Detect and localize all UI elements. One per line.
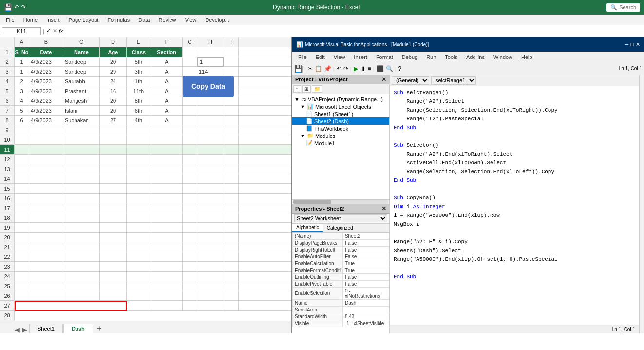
cell-f6[interactable]: A <box>151 96 183 106</box>
row-num-9[interactable]: 9 <box>0 125 14 135</box>
props-row[interactable]: StandardWidth8.43 <box>293 313 389 320</box>
col-header-f[interactable]: F <box>151 37 183 47</box>
prop-value[interactable]: Sheet2 <box>342 233 389 239</box>
cell-c4[interactable]: Saurabh <box>63 77 100 86</box>
cell-g1[interactable] <box>183 47 197 57</box>
cell-e5[interactable]: 11th <box>127 86 151 96</box>
vba-toolbar-cut[interactable]: ✂ <box>308 65 313 72</box>
cell-h7[interactable] <box>197 106 224 116</box>
project-toggle-folders[interactable]: 📁 <box>312 85 322 93</box>
cell-f1[interactable]: Section <box>151 47 183 57</box>
cell-e8[interactable]: 4th <box>127 116 151 125</box>
properties-object-select[interactable]: Sheet2 Worksheet <box>294 214 387 222</box>
row-num-24[interactable]: 24 <box>0 272 14 281</box>
row-num-23[interactable]: 23 <box>0 262 14 272</box>
row-num-14[interactable]: 14 <box>0 174 14 184</box>
row-num-21[interactable]: 21 <box>0 242 14 252</box>
row-num-4[interactable]: 4 <box>0 77 14 86</box>
row-num-15[interactable]: 15 <box>0 184 14 194</box>
row-num-17[interactable]: 17 <box>0 203 14 213</box>
cell-b2[interactable]: 4/9/2023 <box>29 57 63 67</box>
cell-a4[interactable]: 2 <box>15 77 29 86</box>
select-all-corner[interactable] <box>0 37 15 47</box>
tree-item-project[interactable]: ▼ 🗂 VBAProject (Dynamic Range...) <box>292 96 389 103</box>
cell-a1[interactable]: S. No <box>15 47 29 57</box>
row-num-1[interactable]: 1 <box>0 47 14 57</box>
cell-d1[interactable]: Age <box>100 47 127 57</box>
vba-toolbar-undo[interactable]: ↶ <box>337 65 341 72</box>
formula-check-icon[interactable]: ✓ <box>46 28 51 34</box>
cell-c7[interactable]: Islam <box>63 106 100 116</box>
vba-menu-insert[interactable]: Insert <box>350 53 371 61</box>
project-h-scrollbar[interactable] <box>292 199 389 204</box>
prop-value[interactable]: True <box>342 260 389 267</box>
cell-f5[interactable]: A <box>151 86 183 96</box>
col-header-b[interactable]: B <box>29 37 63 47</box>
props-row[interactable]: (Name)Sheet2 <box>293 233 389 239</box>
cell-b7[interactable]: 4/9/2023 <box>29 106 63 116</box>
vba-menu-run[interactable]: Run <box>422 53 440 61</box>
vba-toolbar-watch[interactable]: 🔍 <box>386 65 393 72</box>
properties-dropdown[interactable]: Sheet2 Worksheet <box>292 214 389 224</box>
tree-item-modules-folder[interactable]: ▼ 📁 Modules <box>292 132 389 139</box>
undo-icon[interactable]: ↶ <box>14 4 19 11</box>
cell-g2[interactable] <box>183 57 197 67</box>
menu-view[interactable]: View <box>181 16 201 24</box>
code-body[interactable]: Sub selctRange1() Range("A2").Select Ran… <box>390 86 639 325</box>
vba-toolbar-copy[interactable]: 📋 <box>315 65 322 72</box>
cell-f2[interactable]: A <box>151 57 183 67</box>
row-num-7[interactable]: 7 <box>0 106 14 116</box>
vba-toolbar-paste[interactable]: 📌 <box>324 65 331 72</box>
row-num-11[interactable]: 11 <box>0 145 14 155</box>
cell-f4[interactable]: A <box>151 77 183 86</box>
row-num-28[interactable]: 28 <box>0 311 14 320</box>
cell-g3[interactable] <box>183 67 197 77</box>
vba-toolbar-stop[interactable]: ■ <box>368 65 371 72</box>
col-header-e[interactable]: E <box>127 37 151 47</box>
cell-d3[interactable]: 29 <box>100 67 127 77</box>
sheet-tab-dash[interactable]: Dash <box>63 324 93 333</box>
tree-item-sheet1[interactable]: 📄 Sheet1 (Sheet1) <box>292 110 389 117</box>
cell-e3[interactable]: 3th <box>127 67 151 77</box>
cell-e2[interactable]: 5th <box>127 57 151 67</box>
row-num-19[interactable]: 19 <box>0 223 14 233</box>
prop-value[interactable] <box>342 306 389 313</box>
cell-e6[interactable]: 8th <box>127 96 151 106</box>
props-row[interactable]: EnableCalculationTrue <box>293 260 389 267</box>
vba-toolbar-help[interactable]: ? <box>398 65 402 72</box>
menu-page-layout[interactable]: Page Layout <box>65 16 103 24</box>
prop-value[interactable]: Dash <box>342 299 389 306</box>
cell-a7[interactable]: 5 <box>15 106 29 116</box>
cell-i7[interactable] <box>224 106 239 116</box>
vba-menu-addins[interactable]: Add-Ins <box>462 53 489 61</box>
cell-h3[interactable]: 114 <box>197 67 224 77</box>
sheet-nav-right[interactable]: ▶ <box>22 326 27 333</box>
vba-menu-format[interactable]: Format <box>372 53 397 61</box>
props-row[interactable]: EnablePivotTableFalse <box>293 280 389 287</box>
props-row[interactable]: EnableSelection0 - xlNoRestrictions <box>293 287 389 299</box>
cell-b4[interactable]: 4/9/2023 <box>29 77 63 86</box>
prop-value[interactable]: 8.43 <box>342 313 389 320</box>
vba-menu-debug[interactable]: Debug <box>398 53 421 61</box>
col-header-c[interactable]: C <box>63 37 100 47</box>
tree-item-module1[interactable]: 📝 Module1 <box>292 139 389 147</box>
props-row[interactable]: EnableAutoFilterFalse <box>293 253 389 260</box>
row-num-10[interactable]: 10 <box>0 135 14 145</box>
props-tab-categorized[interactable]: Categorized <box>323 224 357 232</box>
prop-value[interactable]: -1 - xlSheetVisible <box>342 320 389 327</box>
cell-d5[interactable]: 16 <box>100 86 127 96</box>
row-num-12[interactable]: 12 <box>0 155 14 164</box>
cell-h1[interactable] <box>197 47 224 57</box>
redo-icon[interactable]: ↷ <box>21 4 26 11</box>
cell-b5[interactable]: 4/9/2023 <box>29 86 63 96</box>
prop-value[interactable]: False <box>342 280 389 287</box>
row-num-3[interactable]: 3 <box>0 67 14 77</box>
cell-f7[interactable]: A <box>151 106 183 116</box>
row-num-26[interactable]: 26 <box>0 291 14 301</box>
cell-a3[interactable]: 1 <box>15 67 29 77</box>
props-row[interactable]: ScrollArea <box>293 306 389 313</box>
col-header-h[interactable]: H <box>197 37 224 47</box>
cell-a8[interactable]: 6 <box>15 116 29 125</box>
cell-h8[interactable] <box>197 116 224 125</box>
vba-menu-edit[interactable]: Edit <box>312 53 329 61</box>
